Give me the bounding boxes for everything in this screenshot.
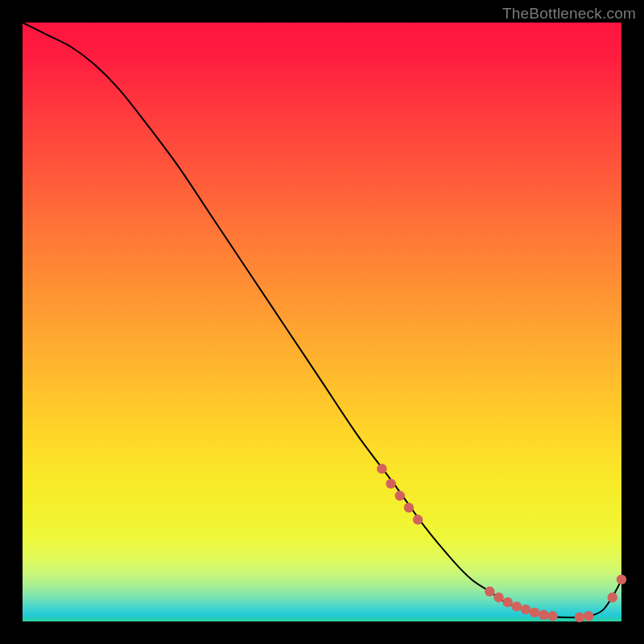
data-point [386,479,395,489]
data-point [617,575,626,584]
data-point [547,611,557,621]
point-layer [377,464,626,622]
data-point [395,491,405,501]
data-point [521,605,530,614]
data-point [377,464,386,473]
watermark: TheBottleneck.com [502,5,636,23]
data-point [575,613,584,622]
data-point [493,592,503,602]
data-point [584,611,593,621]
data-point [485,587,494,597]
data-point [512,601,522,611]
data-point [413,514,423,524]
chart-plot-area [23,23,621,621]
data-point [502,597,512,607]
data-point [404,502,414,512]
curve-layer [23,23,621,617]
data-point [539,610,548,620]
data-point [530,608,539,617]
bottleneck-curve [23,23,621,617]
data-point [608,592,617,602]
chart-svg [23,23,621,621]
